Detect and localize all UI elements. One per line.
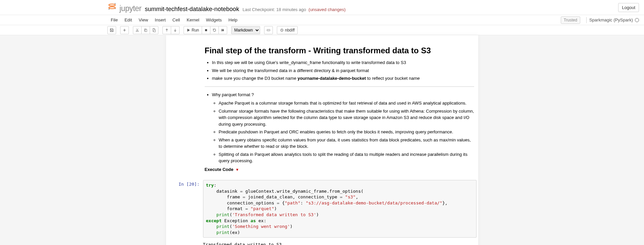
list-item: Apache Parquet is a columnar storage for…	[219, 100, 475, 107]
notebook-name[interactable]: summit-techfest-datalake-notebook	[145, 6, 239, 13]
menu-file[interactable]: File	[107, 16, 121, 24]
svg-point-1	[109, 7, 115, 9]
cell-type-select[interactable]: Markdown	[231, 26, 260, 34]
menu-view[interactable]: View	[135, 16, 151, 24]
list-item: make sure you change the D3 bucket name …	[212, 75, 475, 82]
menu-widgets[interactable]: Widgets	[203, 16, 225, 24]
list-item: When a query obtains specific column val…	[219, 137, 475, 150]
interrupt-button[interactable]	[202, 26, 210, 34]
jupyter-logo-text: jupyter	[119, 4, 142, 13]
restart-run-all-button[interactable]	[218, 26, 227, 34]
restart-button[interactable]	[210, 26, 219, 34]
cell-output: Transformed data written to S3	[201, 239, 478, 245]
menu-insert[interactable]: Insert	[151, 16, 169, 24]
list-item: We will be storing the transformed data …	[212, 67, 475, 74]
list-item: Why parquet format ? Apache Parquet is a…	[212, 91, 475, 164]
paste-button[interactable]	[150, 26, 158, 34]
move-down-button[interactable]	[171, 26, 180, 34]
svg-point-6	[138, 30, 139, 32]
insert-cell-button[interactable]	[120, 26, 129, 34]
command-palette-button[interactable]	[264, 26, 273, 34]
kernel-name[interactable]: Sparkmagic (PySpark)	[589, 17, 633, 22]
kernel-status-icon[interactable]	[635, 18, 639, 22]
code-cell[interactable]: In [20]: try: datasink = glueContext.wri…	[166, 178, 478, 239]
svg-point-4	[115, 8, 116, 9]
nbdiff-button[interactable]: nbdiff	[277, 26, 298, 34]
save-button[interactable]	[107, 26, 116, 34]
menu-kernel[interactable]: Kernel	[183, 16, 203, 24]
list-item: In this step we will be using Glue's wri…	[212, 59, 475, 66]
section-heading: Final step of the transform - Writing tr…	[205, 46, 475, 56]
kernel-separator	[586, 17, 587, 23]
input-prompt: In [20]:	[168, 180, 203, 238]
logout-button[interactable]: Logout	[618, 3, 639, 12]
svg-rect-12	[205, 29, 207, 31]
trusted-indicator[interactable]: Trusted	[561, 16, 580, 24]
svg-rect-8	[145, 29, 147, 32]
svg-point-3	[109, 9, 110, 10]
triangle-down-icon: ▼	[235, 168, 239, 172]
markdown-cell[interactable]: Final step of the transform - Writing tr…	[168, 37, 477, 177]
checkpoint-status: Last Checkpoint: 18 minutes ago (unsaved…	[243, 7, 346, 12]
list-item: Predicate pushdown in Parquet and ORC en…	[219, 129, 475, 135]
cut-button[interactable]	[133, 26, 142, 34]
svg-rect-11	[154, 30, 155, 32]
move-up-button[interactable]	[162, 26, 171, 34]
svg-rect-10	[153, 28, 154, 29]
svg-point-2	[115, 3, 116, 4]
list-item: Splitting of data in Parquet allows anal…	[219, 151, 475, 164]
copy-button[interactable]	[141, 26, 150, 34]
menu-edit[interactable]: Edit	[121, 16, 135, 24]
list-item: Columnar storage formats have the follow…	[219, 108, 475, 128]
svg-point-5	[136, 30, 137, 32]
execute-code-label: Execute Code	[205, 167, 234, 172]
menu-help[interactable]: Help	[225, 16, 241, 24]
divider	[205, 86, 475, 87]
jupyter-logo-icon	[107, 2, 117, 11]
menu-cell[interactable]: Cell	[169, 16, 183, 24]
svg-point-0	[109, 4, 115, 6]
code-input-area[interactable]: try: datasink = glueContext.write_dynami…	[203, 180, 477, 238]
run-button[interactable]: Run	[184, 26, 202, 34]
